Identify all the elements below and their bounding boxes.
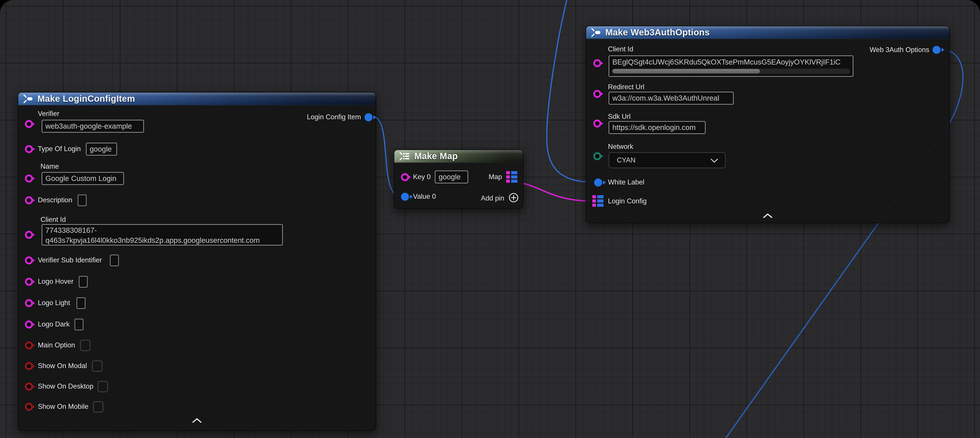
main-option-checkbox[interactable] — [80, 340, 90, 351]
make-map-icon — [399, 151, 410, 161]
map-output-label: Map — [488, 173, 502, 181]
output-pin-label: Login Config Item — [307, 113, 361, 121]
client-id-value: BEglQSgt4cUWcj6SKRdu5QkOXTsePmMcusG5EAoy… — [612, 57, 850, 67]
collapse-node-chevron-icon[interactable] — [763, 213, 773, 218]
logo-hover-label: Logo Hover — [38, 277, 73, 285]
blueprint-graph-canvas[interactable]: Make LoginConfigItem Login Config Item V… — [0, 0, 980, 438]
add-pin-icon[interactable] — [508, 192, 519, 203]
node-header-make-web3authoptions[interactable]: Make Web3AuthOptions — [586, 26, 949, 39]
name-label: Name — [40, 162, 59, 170]
login-config-label: Login Config — [608, 197, 647, 205]
white-label-pin[interactable] — [594, 178, 602, 186]
network-value: CYAN — [617, 156, 636, 164]
logo-dark-pin[interactable] — [25, 320, 33, 328]
logo-light-pin[interactable] — [25, 299, 33, 307]
show-on-modal-pin[interactable] — [25, 362, 33, 370]
sdk-url-input[interactable]: https://sdk.openlogin.com — [609, 121, 706, 134]
logo-light-label: Logo Light — [38, 299, 70, 307]
verifier-sub-identifier-input[interactable] — [110, 255, 119, 266]
verifier-label: Verifier — [38, 110, 59, 118]
redirect-url-value: w3a://com.w3a.Web3AuthUnreal — [612, 94, 719, 102]
main-option-pin[interactable] — [25, 341, 33, 349]
verifier-sub-identifier-pin[interactable] — [25, 256, 33, 264]
client-id-input[interactable]: 774338308167- q463s7kpvja16l4l0kko3nb925… — [41, 224, 283, 245]
show-on-desktop-label: Show On Desktop — [38, 382, 94, 390]
show-on-mobile-label: Show On Mobile — [38, 403, 88, 411]
type-of-login-label: Type Of Login — [38, 145, 81, 153]
redirect-url-input[interactable]: w3a://com.w3a.Web3AuthUnreal — [609, 92, 733, 105]
description-input[interactable] — [78, 194, 87, 206]
verifier-input[interactable]: web3auth-google-example — [41, 120, 144, 133]
logo-dark-label: Logo Dark — [38, 320, 70, 328]
client-id-line2: q463s7kpvja16l4l0kko3nb925ikds2p.apps.go… — [45, 235, 279, 245]
main-option-label: Main Option — [38, 341, 75, 349]
name-pin[interactable] — [25, 175, 33, 183]
show-on-desktop-pin[interactable] — [25, 382, 33, 390]
network-label: Network — [608, 143, 633, 151]
add-pin-label: Add pin — [481, 194, 504, 202]
name-value: Google Custom Login — [45, 174, 116, 183]
client-id-line1: 774338308167- — [45, 225, 279, 235]
white-label-label: White Label — [608, 178, 644, 186]
wire-map-to-loginconfig[interactable] — [518, 183, 590, 201]
show-on-mobile-pin[interactable] — [25, 403, 33, 411]
redirect-url-label: Redirect Url — [608, 83, 644, 91]
name-input[interactable]: Google Custom Login — [41, 172, 124, 185]
type-of-login-input[interactable]: google — [86, 143, 117, 156]
node-header-make-map[interactable]: Make Map — [394, 150, 523, 163]
collapse-node-chevron-icon[interactable] — [192, 418, 202, 423]
key0-value: google — [439, 173, 461, 181]
node-title: Make Map — [414, 151, 458, 161]
type-of-login-pin[interactable] — [25, 145, 33, 153]
verifier-value: web3auth-google-example — [45, 122, 132, 131]
value0-label: Value 0 — [413, 193, 436, 201]
chevron-down-icon — [710, 158, 718, 163]
node-title: Make Web3AuthOptions — [605, 27, 710, 37]
client-id-scrollbar-track[interactable] — [612, 68, 850, 74]
client-id-pin[interactable] — [25, 231, 33, 239]
show-on-desktop-checkbox[interactable] — [98, 381, 108, 392]
login-config-pin[interactable] — [592, 195, 603, 207]
redirect-url-pin[interactable] — [593, 90, 601, 98]
show-on-modal-label: Show On Modal — [38, 362, 87, 370]
node-make-loginconfigitem[interactable]: Make LoginConfigItem Login Config Item V… — [18, 92, 376, 431]
node-make-web3authoptions[interactable]: Make Web3AuthOptions Web 3Auth Options C… — [586, 26, 950, 223]
sdk-url-value: https://sdk.openlogin.com — [612, 123, 695, 132]
login-config-item-output-pin[interactable] — [364, 113, 372, 121]
output-pin-label: Web 3Auth Options — [870, 46, 929, 54]
network-pin[interactable] — [593, 152, 601, 160]
type-of-login-value: google — [90, 145, 112, 153]
key0-input[interactable]: google — [435, 170, 468, 183]
verifier-pin[interactable] — [25, 120, 33, 128]
description-pin[interactable] — [25, 196, 33, 204]
logo-hover-input[interactable] — [79, 276, 88, 288]
key0-pin[interactable] — [401, 173, 409, 181]
map-output-pin[interactable] — [506, 171, 517, 183]
sdk-url-pin[interactable] — [593, 119, 601, 127]
logo-light-input[interactable] — [76, 297, 86, 309]
client-id-input[interactable]: BEglQSgt4cUWcj6SKRdu5QkOXTsePmMcusG5EAoy… — [609, 56, 853, 77]
description-label: Description — [38, 196, 72, 204]
show-on-mobile-checkbox[interactable] — [93, 401, 103, 413]
network-dropdown[interactable]: CYAN — [609, 152, 725, 168]
client-id-pin[interactable] — [593, 59, 601, 67]
node-header-make-loginconfigitem[interactable]: Make LoginConfigItem — [18, 92, 375, 105]
make-struct-icon — [23, 94, 33, 104]
logo-hover-pin[interactable] — [25, 278, 33, 286]
show-on-modal-checkbox[interactable] — [92, 360, 102, 372]
make-struct-icon — [591, 28, 601, 37]
sdk-url-label: Sdk Url — [608, 113, 631, 121]
node-title: Make LoginConfigItem — [37, 94, 135, 104]
client-id-label: Client Id — [608, 45, 633, 53]
web3auth-options-output-pin[interactable] — [932, 46, 940, 54]
verifier-sub-identifier-label: Verifier Sub Identifier — [38, 256, 102, 264]
client-id-label: Client Id — [40, 216, 66, 224]
key0-label: Key 0 — [413, 173, 431, 181]
node-make-map[interactable]: Make Map Key 0 google Map Value 0 Add pi… — [394, 150, 523, 209]
logo-dark-input[interactable] — [75, 319, 83, 330]
value0-pin[interactable] — [401, 193, 409, 201]
client-id-scrollbar-thumb[interactable] — [612, 69, 760, 73]
